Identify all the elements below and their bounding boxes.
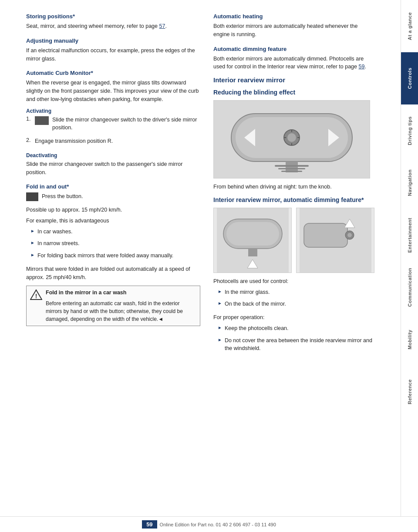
photocells-text-1: In the mirror glass. [225,288,270,296]
fold-speed-text: Possible up to approx. 15 mph/20 km/h. [26,206,200,214]
list-text-3: For folding back mirrors that were folde… [37,252,173,260]
curb-text: When the reverse gear is engaged, the mi… [26,79,200,103]
storing-heading: Storing positions* [26,13,200,20]
photocells-list-1: ► In the mirror glass. [213,288,374,299]
warning-text: Before entering an automatic car wash, f… [46,300,196,323]
photocells-arrow-1: ► [218,289,222,294]
dimming-img-left [213,208,292,273]
proper-list-1: ► Keep the photocells clean. [213,324,374,335]
footer-text: Online Edition for Part no. 01 40 2 606 … [160,522,276,527]
storing-link[interactable]: 57 [159,23,165,29]
fold-step: Press the button. [26,192,200,203]
adjusting-heading: Adjusting manually [26,37,200,44]
svg-rect-16 [281,171,302,172]
proper-arrow-2: ► [218,337,222,342]
sidebar-label-reference: Reference [407,379,412,404]
photocells-intro: Photocells are used for control: [213,277,374,286]
svg-rect-14 [275,165,309,167]
right-column: Automatic heating Both exterior mirrors … [209,13,374,519]
warning-icon: ! [30,289,42,301]
list-arrow-3: ► [30,253,35,257]
dimming-svg-left [217,208,289,273]
reducing-heading: Reducing the blinding effect [213,89,374,96]
mirror-image [213,100,370,178]
sidebar-item-communication[interactable]: Communication [401,261,418,313]
svg-rect-23 [304,223,347,247]
adjusting-text: If an electrical malfunction occurs, for… [26,47,200,63]
sidebar-item-driving-tips[interactable]: Driving tips [401,104,418,157]
sidebar-label-driving-tips: Driving tips [407,116,412,145]
photocells-arrow-2: ► [218,301,222,306]
step-1: 1. Slide the mirror changeover switch to… [26,116,200,135]
main-content: Storing positions* Seat, mirror, and ste… [0,0,401,532]
sidebar-label-controls: Controls [407,67,412,89]
sidebar-label-mobility: Mobility [407,330,412,350]
list-text-1: In car washes. [37,228,73,236]
warning-content: Fold in the mirror in a car wash Before … [46,289,196,323]
list-arrow-2: ► [30,240,35,245]
proper-intro: For proper operation: [213,313,374,322]
page-container: Storing positions* Seat, mirror, and ste… [0,0,418,532]
sidebar-item-mobility[interactable]: Mobility [401,313,418,366]
sidebar-label-at-a-glance: At a glance [407,12,412,40]
sidebar-label-entertainment: Entertainment [407,218,412,253]
from-behind-text: From behind when driving at night: turn … [213,183,374,191]
auto-heating-heading: Automatic heating [213,13,374,20]
list-item-1: ► In car washes. [26,228,200,239]
proper-arrow-1: ► [218,325,222,330]
svg-rect-19 [226,222,279,246]
step1-text: Slide the mirror changeover switch to th… [52,116,200,132]
list-text-2: In narrow streets. [37,239,80,248]
fold-example-text: For example, this is advantageous [26,217,200,225]
svg-rect-15 [278,168,305,169]
fold-button-text: Press the button. [42,192,83,201]
warning-title: Fold in the mirror in a car wash [46,289,196,297]
fold-heading: Fold in and out* [26,183,200,190]
auto-heating-text: Both exterior mirrors are automatically … [213,22,374,39]
svg-rect-20 [248,249,257,256]
deactivating-text: Slide the mirror changeover switch to th… [26,160,200,177]
interior-auto-heading: Interior rearview mirror, automatic dimm… [213,196,374,203]
left-column: Storing positions* Seat, mirror, and ste… [26,13,209,519]
sidebar-item-navigation[interactable]: Navigation [401,157,418,209]
sidebar-label-communication: Communication [407,268,412,307]
sidebar-label-navigation: Navigation [407,169,412,196]
dimming-img-right [296,208,374,273]
auto-dimming-heading: Automatic dimming feature [213,46,374,52]
svg-point-9 [287,133,296,142]
svg-text:!: ! [35,293,37,300]
curb-heading: Automatic Curb Monitor* [26,70,200,76]
dimming-svg-right [300,208,371,273]
storing-text: Seat, mirror, and steering wheel memory,… [26,22,200,30]
page-number: 59 [142,520,157,529]
svg-point-25 [347,233,352,237]
photocells-list-2: ► On the back of the mirror. [213,300,374,311]
sidebar-item-reference[interactable]: Reference [401,366,418,418]
dimming-images-container [213,208,374,273]
proper-text-2: Do not cover the area between the inside… [225,337,374,353]
sidebar-item-at-a-glance[interactable]: At a glance [401,0,418,52]
list-arrow-1: ► [30,229,35,233]
auto-dimming-link[interactable]: 59 [359,64,365,70]
photocells-text-2: On the back of the mirror. [225,300,286,308]
sidebar-item-entertainment[interactable]: Entertainment [401,209,418,261]
list-item-2: ► In narrow streets. [26,239,200,250]
proper-list-2: ► Do not cover the area between the insi… [213,337,374,356]
deactivating-heading: Deactivating [26,152,200,158]
step2-text: Engage transmission position R. [35,137,113,145]
interior-heading: Interior rearview mirror [213,76,374,84]
fold-button-icon [26,192,38,201]
proper-text-1: Keep the photocells clean. [225,324,289,333]
mirror-svg [214,101,370,178]
step-2: 2. Engage transmission position R. [26,137,200,148]
activating-heading: Activating [26,108,200,114]
warning-box: ! Fold in the mirror in a car wash Befor… [26,286,200,326]
sidebar: At a glance Controls Driving tips Naviga… [401,0,418,532]
auto-dimming-text: Both exterior mirrors are automatically … [213,55,374,71]
page-footer: 59 Online Edition for Part no. 01 40 2 6… [0,516,418,532]
list-item-3: ► For folding back mirrors that were fol… [26,252,200,263]
mirror-switch-icon [35,116,49,125]
sidebar-item-controls[interactable]: Controls [401,52,418,104]
mirrors-auto-text: Mirrors that were folded in are folded o… [26,265,200,282]
